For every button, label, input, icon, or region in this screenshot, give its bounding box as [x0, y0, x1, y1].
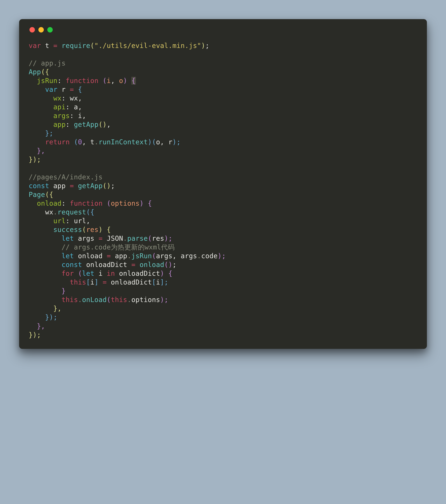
- title-bar: [29, 27, 417, 33]
- code-token: onloadDict: [82, 261, 131, 269]
- code-token: ({: [86, 208, 94, 216]
- code-token: , t: [82, 138, 94, 146]
- code-token: =: [103, 278, 107, 286]
- code-token: =: [131, 261, 136, 269]
- code-token: (: [103, 77, 107, 85]
- code-token: this: [61, 296, 78, 304]
- code-token: [29, 305, 53, 312]
- code-token: (): [98, 121, 107, 128]
- code-token: parse: [127, 234, 148, 242]
- code-token: 0: [78, 138, 82, 146]
- code-token: function: [66, 199, 107, 207]
- code-comment: //pages/A/index.js: [29, 173, 103, 181]
- code-token: (: [74, 270, 82, 277]
- code-token: [29, 208, 45, 216]
- code-content[interactable]: var t = require("./utils/evil-eval.min.j…: [29, 41, 417, 339]
- code-token: :: [70, 112, 74, 120]
- code-token: .: [123, 234, 127, 242]
- code-token: ,: [107, 121, 111, 128]
- code-token: var: [29, 42, 41, 50]
- code-token: require: [57, 42, 90, 50]
- code-token: [29, 270, 61, 277]
- code-token: let: [61, 252, 74, 260]
- code-token: [: [152, 278, 156, 286]
- code-token: [29, 121, 53, 128]
- code-token: ({: [45, 191, 53, 198]
- code-token: o, r: [156, 138, 172, 146]
- code-token: (: [152, 252, 156, 260]
- code-editor-window: var t = require("./utils/evil-eval.min.j…: [19, 19, 427, 349]
- code-token: [29, 243, 61, 251]
- code-token: in: [107, 270, 115, 277]
- code-token: },: [37, 322, 45, 330]
- code-token: let: [61, 234, 74, 242]
- code-token: ]: [94, 278, 103, 286]
- code-token: [29, 287, 61, 295]
- code-token: app: [111, 252, 127, 260]
- maximize-button[interactable]: [47, 27, 53, 33]
- code-token: ): [123, 77, 131, 85]
- code-token: [29, 252, 61, 260]
- code-token: args: [53, 112, 70, 120]
- code-token: [29, 103, 53, 111]
- code-token: ) {: [140, 199, 152, 207]
- code-token: [29, 112, 53, 120]
- code-token: i: [94, 270, 107, 277]
- code-token: =: [107, 252, 111, 260]
- code-token: return: [45, 138, 70, 146]
- code-token: this: [111, 296, 127, 304]
- code-token: (: [70, 138, 78, 146]
- code-token: request: [57, 208, 86, 216]
- code-token: wx: [45, 208, 53, 216]
- code-token: app: [53, 121, 66, 128]
- code-token: (: [107, 199, 111, 207]
- code-token: },: [37, 147, 45, 155]
- code-token: url: [53, 217, 66, 225]
- code-token: function: [61, 77, 103, 85]
- code-token: });: [45, 313, 57, 321]
- code-token: getApp: [74, 182, 103, 190]
- code-token: ;: [173, 261, 177, 269]
- code-token: :: [61, 94, 66, 102]
- code-token: const: [29, 182, 49, 190]
- code-token: ,: [111, 77, 119, 85]
- code-token: ;: [111, 182, 115, 190]
- code-token: jsRun: [37, 77, 57, 85]
- code-token: api: [53, 103, 66, 111]
- code-token: code: [201, 252, 218, 260]
- code-token: [29, 77, 37, 85]
- code-token: let: [82, 270, 94, 277]
- code-token: (): [164, 261, 173, 269]
- code-token: a,: [70, 103, 82, 111]
- code-token: for: [61, 270, 74, 277]
- code-token: ;: [205, 42, 210, 50]
- code-token: r: [57, 86, 70, 93]
- code-token: .: [94, 138, 99, 146]
- code-token: .: [197, 252, 201, 260]
- code-token: args: [74, 234, 99, 242]
- code-token: .: [78, 296, 82, 304]
- code-token: const: [61, 261, 82, 269]
- code-token: [29, 234, 61, 242]
- code-token: res: [86, 226, 98, 234]
- code-token: var: [45, 86, 57, 93]
- code-token: res: [152, 234, 164, 242]
- code-token: onLoad: [82, 296, 107, 304]
- code-token: (: [82, 226, 86, 234]
- code-token: [: [86, 278, 90, 286]
- code-token: [29, 217, 53, 225]
- close-button[interactable]: [30, 27, 35, 33]
- code-token: onloadDict: [115, 270, 160, 277]
- code-token: App: [29, 68, 41, 76]
- code-token: )(: [148, 138, 156, 146]
- minimize-button[interactable]: [38, 27, 44, 33]
- code-token: url,: [70, 217, 90, 225]
- code-token: ) {: [160, 270, 172, 277]
- code-cursor: {: [131, 77, 136, 85]
- code-token: JSON: [103, 234, 123, 242]
- code-token: [29, 147, 37, 155]
- code-token: [29, 322, 37, 330]
- code-token: "./utils/evil-eval.min.js": [94, 42, 201, 50]
- code-token: t: [41, 42, 53, 50]
- code-token: jsRun: [131, 252, 152, 260]
